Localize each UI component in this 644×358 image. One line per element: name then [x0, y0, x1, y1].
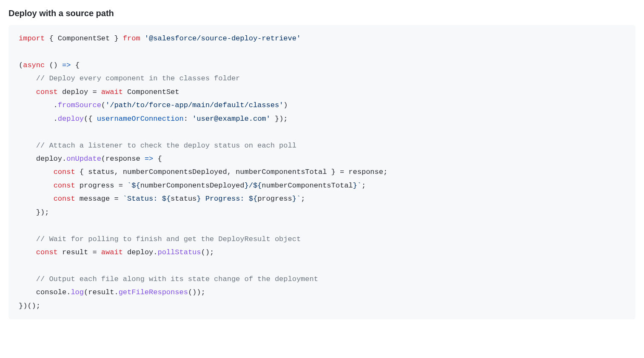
templ-expr: status [171, 195, 197, 203]
kw-const: const [36, 248, 58, 256]
code-comment: // Wait for polling to finish and get th… [19, 235, 301, 243]
templ: ` [296, 195, 301, 203]
code-text: () [45, 61, 62, 69]
code-text: deploy. [19, 155, 66, 163]
kw-import: import [19, 34, 45, 43]
code-text: { ComponentSet } [45, 34, 123, 43]
code-text: result = [58, 248, 101, 256]
templ: Progress: [201, 195, 249, 203]
code-text [19, 248, 36, 256]
templ: ` [127, 182, 131, 190]
templ: } [245, 182, 249, 190]
prop: usernameOrConnection [97, 115, 184, 123]
doc-section: Deploy with a source path import { Compo… [9, 9, 635, 319]
code-text: ( [101, 101, 105, 109]
kw-const: const [36, 88, 58, 96]
code-text: { [153, 155, 162, 163]
method: deploy [58, 115, 84, 123]
code-block: import { ComponentSet } from '@salesforc… [9, 25, 635, 319]
code-text: ; [301, 195, 305, 203]
templ: ${ [162, 195, 171, 203]
kw-const: const [54, 195, 75, 203]
code-text: ( [19, 61, 23, 69]
arrow: => [145, 155, 153, 163]
code-text: ()); [188, 288, 205, 296]
templ: } [292, 195, 296, 203]
code-text [19, 195, 54, 203]
code-comment: // Output each file along with its state… [19, 275, 318, 283]
code-text: ({ [84, 115, 97, 123]
code-text [19, 168, 54, 176]
code-text: message = [75, 195, 123, 203]
code-string: '/path/to/force-app/main/default/classes… [105, 101, 283, 109]
code-text: { [71, 61, 79, 69]
code-text: ComponentSet [123, 88, 180, 96]
code-text [19, 182, 54, 190]
code-comment: // Deploy every component in the classes… [19, 74, 240, 82]
method: fromSource [58, 101, 101, 109]
code-text: . [19, 101, 58, 109]
kw-async: async [23, 61, 45, 69]
templ: ${ [131, 182, 140, 190]
templ-expr: numberComponentsDeployed [140, 182, 245, 190]
arrow: => [62, 61, 71, 69]
section-heading: Deploy with a source path [9, 9, 635, 18]
code-string: '@salesforce/source-deploy-retrieve' [140, 34, 301, 43]
method: log [71, 288, 84, 296]
kw-from: from [123, 34, 140, 43]
code-comment: // Attach a listener to check the deploy… [19, 142, 296, 150]
code-text [19, 88, 36, 96]
code-text: { status, numberComponentsDeployed, numb… [75, 168, 388, 176]
templ: / [249, 182, 253, 190]
templ: `Status: [123, 195, 162, 203]
code-text: ; [362, 182, 366, 190]
templ: ${ [253, 182, 262, 190]
kw-const: const [54, 182, 75, 190]
method: onUpdate [66, 155, 101, 163]
code-text: ) [283, 101, 288, 109]
templ-expr: numberComponentsTotal [262, 182, 353, 190]
templ: ` [357, 182, 362, 190]
code-text: . [19, 115, 58, 123]
code-text: deploy. [123, 248, 158, 256]
code-text: })(); [19, 302, 40, 310]
code-text: deploy = [58, 88, 101, 96]
code-text: console. [19, 288, 71, 296]
code-text: }); [271, 115, 288, 123]
method: pollStatus [158, 248, 201, 256]
code-text: : [184, 115, 192, 123]
templ: ${ [249, 195, 257, 203]
code-text: (response [101, 155, 145, 163]
templ: } [353, 182, 357, 190]
code-text: progress = [75, 182, 127, 190]
code-text: (); [201, 248, 214, 256]
method: getFileResponses [119, 288, 188, 296]
code-text: (result. [84, 288, 119, 296]
code-string: 'user@example.com' [192, 115, 271, 123]
code-text: }); [19, 208, 49, 216]
kw-await: await [101, 248, 123, 256]
kw-await: await [101, 88, 123, 96]
templ-expr: progress [257, 195, 292, 203]
kw-const: const [54, 168, 75, 176]
templ: } [197, 195, 201, 203]
